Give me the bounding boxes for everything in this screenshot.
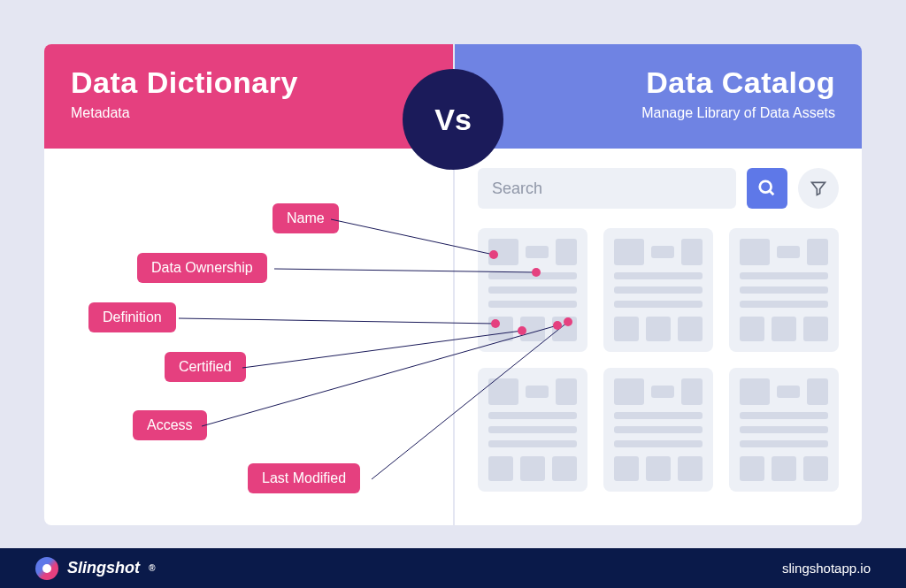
filter-button[interactable] xyxy=(798,168,839,209)
right-subtitle: Manage Library of Data Assets xyxy=(481,105,835,121)
tags-area: Name Data Ownership Definition Certified… xyxy=(44,149,453,525)
right-panel: Data Catalog Manage Library of Data Asse… xyxy=(453,44,862,525)
tag-last-modified: Last Modified xyxy=(248,463,360,493)
tag-access: Access xyxy=(133,410,207,440)
asset-card[interactable] xyxy=(729,228,839,352)
svg-point-0 xyxy=(760,181,772,193)
right-header: Data Catalog Manage Library of Data Asse… xyxy=(455,44,862,149)
catalog-body: Search xyxy=(455,149,862,525)
asset-card[interactable] xyxy=(603,368,713,492)
search-input[interactable]: Search xyxy=(478,168,736,209)
left-panel: Data Dictionary Metadata Name Data Owner… xyxy=(44,44,453,525)
tag-certified: Certified xyxy=(165,352,246,382)
asset-card[interactable] xyxy=(729,368,839,492)
tag-name: Name xyxy=(273,203,339,233)
svg-line-1 xyxy=(770,191,774,195)
asset-card[interactable] xyxy=(478,228,587,352)
search-row: Search xyxy=(478,168,839,209)
footer-url: slingshotapp.io xyxy=(782,561,871,576)
brand-name: Slingshot xyxy=(67,559,140,577)
right-title: Data Catalog xyxy=(481,65,835,100)
logo-icon xyxy=(35,557,58,580)
tag-ownership: Data Ownership xyxy=(137,253,267,283)
tag-definition: Definition xyxy=(88,302,176,332)
comparison-container: Data Dictionary Metadata Name Data Owner… xyxy=(44,44,862,525)
search-button[interactable] xyxy=(747,168,787,209)
vs-badge: Vs xyxy=(403,69,503,170)
funnel-icon xyxy=(810,179,827,197)
vs-text: Vs xyxy=(434,103,472,137)
asset-card[interactable] xyxy=(478,368,587,492)
left-subtitle: Metadata xyxy=(71,105,426,121)
left-header: Data Dictionary Metadata xyxy=(44,44,453,149)
footer: Slingshot ® slingshotapp.io xyxy=(0,548,906,588)
brand: Slingshot ® xyxy=(35,557,155,580)
asset-grid xyxy=(478,228,839,492)
left-title: Data Dictionary xyxy=(71,65,426,100)
search-icon xyxy=(757,179,777,198)
search-placeholder: Search xyxy=(492,179,542,198)
asset-card[interactable] xyxy=(603,228,713,352)
